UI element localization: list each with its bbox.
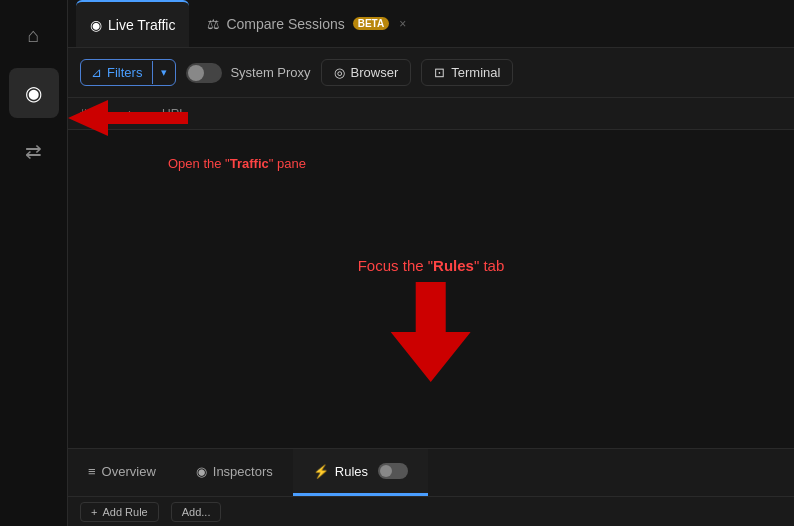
focus-suffix: " tab bbox=[474, 257, 504, 274]
compare-sessions-tab-label: Compare Sessions bbox=[226, 16, 344, 32]
replay-icon: ⇄ bbox=[25, 139, 42, 163]
bottom-tab-rules[interactable]: ⚡ Rules bbox=[293, 449, 428, 496]
system-proxy-toggle-wrapper: System Proxy bbox=[186, 63, 310, 83]
rules-tab-toggle-knob bbox=[380, 465, 392, 477]
col-url-header: URL bbox=[162, 107, 782, 121]
main-content: ◉ Live Traffic ⚖ Compare Sessions BETA ×… bbox=[68, 0, 794, 526]
live-traffic-tab-label: Live Traffic bbox=[108, 17, 175, 33]
close-tab-icon[interactable]: × bbox=[399, 17, 406, 31]
system-proxy-toggle[interactable] bbox=[186, 63, 222, 83]
tab-live-traffic[interactable]: ◉ Live Traffic bbox=[76, 0, 189, 47]
add-rule-icon: + bbox=[91, 506, 97, 518]
live-traffic-tab-icon: ◉ bbox=[90, 17, 102, 33]
add-more-button[interactable]: Add... bbox=[171, 502, 222, 522]
rules-tab-toggle[interactable] bbox=[378, 463, 408, 479]
overview-tab-icon: ≡ bbox=[88, 464, 96, 479]
terminal-label: Terminal bbox=[451, 65, 500, 80]
bottom-tab-inspectors[interactable]: ◉ Inspectors bbox=[176, 449, 293, 496]
chevron-down-icon: ▾ bbox=[161, 66, 167, 78]
add-more-label: Add... bbox=[182, 506, 211, 518]
add-rule-label: Add Rule bbox=[102, 506, 147, 518]
system-proxy-label: System Proxy bbox=[230, 65, 310, 80]
toggle-knob bbox=[188, 65, 204, 81]
filter-button[interactable]: ⊿ Filters ▾ bbox=[80, 59, 176, 86]
filter-icon: ⊿ bbox=[91, 65, 102, 80]
browser-icon: ◎ bbox=[334, 65, 345, 80]
down-arrow-svg bbox=[391, 282, 471, 382]
inspectors-tab-label: Inspectors bbox=[213, 464, 273, 479]
filter-dropdown-arrow[interactable]: ▾ bbox=[152, 61, 175, 84]
filter-label: Filters bbox=[107, 65, 142, 80]
sidebar-item-replay[interactable]: ⇄ bbox=[9, 126, 59, 176]
beta-badge: BETA bbox=[353, 17, 389, 30]
focus-bold: Rules bbox=[433, 257, 474, 274]
focus-label: Focus the "Rules" tab bbox=[358, 257, 505, 274]
bottom-tab-overview[interactable]: ≡ Overview bbox=[68, 449, 176, 496]
rules-tab-label: Rules bbox=[335, 464, 368, 479]
content-area: Focus the "Rules" tab bbox=[68, 130, 794, 448]
sidebar-item-home[interactable]: ⌂ bbox=[9, 10, 59, 60]
svg-marker-0 bbox=[68, 100, 188, 136]
tabs-bar: ◉ Live Traffic ⚖ Compare Sessions BETA × bbox=[68, 0, 794, 48]
overview-tab-label: Overview bbox=[102, 464, 156, 479]
terminal-icon: ⊡ bbox=[434, 65, 445, 80]
filter-main[interactable]: ⊿ Filters bbox=[81, 60, 152, 85]
toolbar: ⊿ Filters ▾ System Proxy ◎ Browser ⊡ Ter… bbox=[68, 48, 794, 98]
browser-label: Browser bbox=[351, 65, 399, 80]
sidebar-item-traffic[interactable]: ◉ bbox=[9, 68, 59, 118]
home-icon: ⌂ bbox=[27, 24, 39, 47]
browser-button[interactable]: ◎ Browser bbox=[321, 59, 412, 86]
terminal-button[interactable]: ⊡ Terminal bbox=[421, 59, 513, 86]
tab-compare-sessions[interactable]: ⚖ Compare Sessions BETA × bbox=[193, 0, 420, 47]
footer-hint: + Add Rule Add... bbox=[68, 496, 794, 526]
focus-prefix: Focus the " bbox=[358, 257, 433, 274]
sidebar: ⌂ ◉ ⇄ bbox=[0, 0, 68, 526]
add-rule-button[interactable]: + Add Rule bbox=[80, 502, 159, 522]
svg-marker-1 bbox=[391, 282, 471, 382]
arrow-left-annotation bbox=[68, 96, 188, 140]
rules-tab-icon: ⚡ bbox=[313, 464, 329, 479]
focus-rules-annotation: Focus the "Rules" tab bbox=[358, 257, 505, 382]
bottom-tabs: ≡ Overview ◉ Inspectors ⚡ Rules bbox=[68, 448, 794, 496]
compare-sessions-tab-icon: ⚖ bbox=[207, 16, 220, 32]
inspectors-tab-icon: ◉ bbox=[196, 464, 207, 479]
traffic-icon: ◉ bbox=[25, 81, 42, 105]
